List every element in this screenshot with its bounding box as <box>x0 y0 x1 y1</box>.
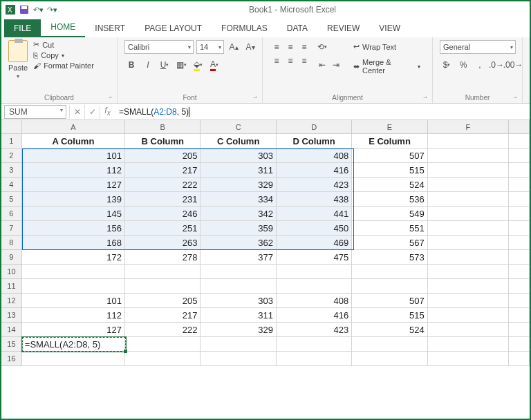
redo-icon[interactable]: ↷▾ <box>46 3 58 16</box>
cell[interactable] <box>428 323 509 337</box>
cell[interactable]: 551 <box>352 221 427 236</box>
row-header[interactable]: 13 <box>1 308 22 323</box>
cell[interactable]: 536 <box>352 192 427 207</box>
cell[interactable]: 251 <box>125 221 201 236</box>
cell[interactable] <box>428 178 509 192</box>
tab-formulas[interactable]: FORMULAS <box>212 19 277 37</box>
align-middle-icon[interactable]: ≡ <box>283 40 297 54</box>
cell[interactable] <box>22 279 125 294</box>
cell[interactable]: 101 <box>22 294 125 308</box>
align-top-icon[interactable]: ≡ <box>270 40 283 54</box>
cell[interactable] <box>509 134 530 149</box>
tab-data[interactable]: DATA <box>277 19 317 37</box>
cell[interactable]: 507 <box>352 294 427 308</box>
cell[interactable] <box>509 178 530 192</box>
cell[interactable] <box>277 279 352 294</box>
cell[interactable] <box>428 279 509 294</box>
copy-button[interactable]: ⎘Copy▾ <box>33 51 94 59</box>
increase-indent-icon[interactable]: ⇥ <box>329 58 343 72</box>
comma-icon[interactable]: , <box>473 58 487 72</box>
cell[interactable]: 567 <box>352 236 427 250</box>
paste-button[interactable]: Paste ▾ <box>8 40 28 79</box>
cell[interactable]: 156 <box>22 221 125 236</box>
percent-icon[interactable]: % <box>456 58 470 72</box>
cell[interactable]: 438 <box>277 192 352 207</box>
cell[interactable]: 139 <box>22 192 125 207</box>
cell[interactable] <box>428 149 509 163</box>
cell[interactable]: 278 <box>125 250 201 265</box>
cell[interactable]: A Column <box>22 134 125 149</box>
row-header[interactable]: 1 <box>1 134 22 149</box>
cell[interactable]: 303 <box>201 149 276 163</box>
cell[interactable] <box>428 134 509 149</box>
cell[interactable]: C Column <box>201 134 276 149</box>
cell[interactable]: 507 <box>352 149 427 163</box>
align-center-icon[interactable]: ≡ <box>283 54 297 68</box>
cell[interactable] <box>428 207 509 221</box>
cell[interactable]: 101 <box>22 149 125 163</box>
wrap-text-button[interactable]: ↩Wrap Text <box>348 40 425 53</box>
decrease-indent-icon[interactable]: ⇤ <box>315 58 329 72</box>
cell[interactable]: 416 <box>277 163 352 178</box>
cell[interactable] <box>125 352 201 366</box>
cell[interactable]: 573 <box>352 250 427 265</box>
col-header-e[interactable]: E <box>352 120 427 134</box>
cell[interactable]: 524 <box>352 178 427 192</box>
formula-input[interactable]: =SMALL(A2:D8, 5) <box>115 106 530 118</box>
enter-formula-icon[interactable]: ✓ <box>84 105 100 119</box>
cell[interactable]: 515 <box>352 163 427 178</box>
cell[interactable]: 127 <box>22 323 125 337</box>
cell[interactable] <box>428 221 509 236</box>
cell[interactable]: 172 <box>22 250 125 265</box>
cell[interactable] <box>352 352 427 366</box>
border-button[interactable]: ▦▾ <box>174 58 188 72</box>
cell[interactable] <box>125 279 201 294</box>
cell[interactable] <box>352 337 427 352</box>
cell[interactable]: 475 <box>277 250 352 265</box>
row-header[interactable]: 2 <box>1 149 22 163</box>
cell[interactable]: 217 <box>125 163 201 178</box>
cell[interactable] <box>509 236 530 250</box>
increase-font-icon[interactable]: A▴ <box>227 40 241 54</box>
cell[interactable]: 334 <box>201 192 276 207</box>
row-header[interactable]: 5 <box>1 192 22 207</box>
merge-center-button[interactable]: ⬌Merge & Center▾ <box>348 56 425 77</box>
font-name-combo[interactable]: Calibri <box>124 40 194 54</box>
row-header[interactable]: 16 <box>1 352 22 366</box>
cell[interactable] <box>201 337 276 352</box>
tab-page-layout[interactable]: PAGE LAYOUT <box>135 19 212 37</box>
cell[interactable]: 168 <box>22 236 125 250</box>
cell[interactable] <box>428 236 509 250</box>
row-header[interactable]: 8 <box>1 236 22 250</box>
col-header-c[interactable]: C <box>201 120 276 134</box>
cell[interactable] <box>428 265 509 279</box>
cell[interactable]: 408 <box>277 294 352 308</box>
tab-home[interactable]: HOME <box>41 18 85 37</box>
cell[interactable] <box>509 221 530 236</box>
select-all-corner[interactable] <box>1 120 22 134</box>
orientation-icon[interactable]: ⟲▾ <box>315 40 329 54</box>
row-header[interactable]: 10 <box>1 265 22 279</box>
row-header[interactable]: 12 <box>1 294 22 308</box>
cell[interactable]: 311 <box>201 163 276 178</box>
row-header[interactable]: 14 <box>1 323 22 337</box>
cell[interactable]: 263 <box>125 236 201 250</box>
cell[interactable] <box>509 207 530 221</box>
cell[interactable]: 362 <box>201 236 276 250</box>
cell[interactable]: 441 <box>277 207 352 221</box>
cell[interactable] <box>428 163 509 178</box>
row-header[interactable]: 11 <box>1 279 22 294</box>
row-header[interactable]: 4 <box>1 178 22 192</box>
cell[interactable] <box>428 294 509 308</box>
tab-review[interactable]: REVIEW <box>317 19 369 37</box>
tab-file[interactable]: FILE <box>4 19 41 37</box>
cell[interactable]: E Column <box>352 134 427 149</box>
cell[interactable] <box>352 279 427 294</box>
cell[interactable] <box>277 265 352 279</box>
cell[interactable] <box>428 192 509 207</box>
cell[interactable]: 469 <box>277 236 352 250</box>
accounting-icon[interactable]: $▾ <box>440 58 454 72</box>
cell[interactable] <box>509 308 530 323</box>
cell[interactable] <box>509 279 530 294</box>
cell[interactable]: 408 <box>277 149 352 163</box>
